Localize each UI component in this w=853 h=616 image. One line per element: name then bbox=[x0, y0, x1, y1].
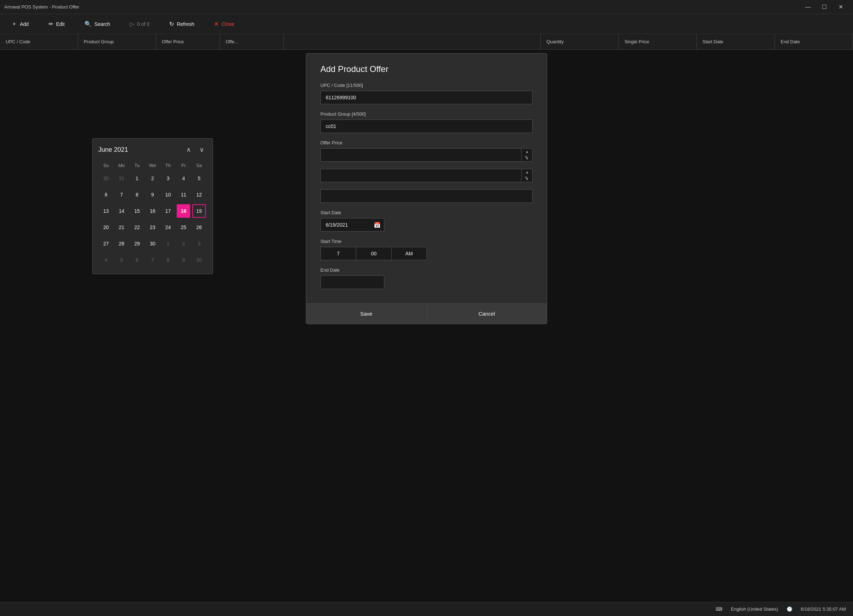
calendar-day[interactable]: 23 bbox=[146, 221, 159, 234]
calendar-day-cell: 18 bbox=[176, 203, 191, 219]
close-button[interactable]: ✕ Close bbox=[210, 18, 238, 30]
calendar-day[interactable]: 8 bbox=[161, 253, 175, 267]
minimize-button[interactable]: — bbox=[800, 2, 816, 13]
save-button[interactable]: Save bbox=[306, 304, 427, 324]
calendar-day[interactable]: 24 bbox=[161, 221, 175, 234]
calendar-week-row: 27282930123 bbox=[98, 236, 207, 252]
calendar-day[interactable]: 28 bbox=[115, 237, 129, 250]
calendar-day-cell: 9 bbox=[145, 186, 160, 203]
cancel-button[interactable]: Cancel bbox=[427, 304, 547, 324]
calendar-day[interactable]: 20 bbox=[99, 221, 113, 234]
end-date-wrapper bbox=[320, 275, 384, 289]
calendar-day-cell: 5 bbox=[191, 170, 207, 186]
single-price-input[interactable] bbox=[320, 189, 533, 203]
close-window-button[interactable]: ✕ bbox=[832, 2, 849, 13]
quantity-input[interactable] bbox=[320, 169, 533, 182]
search-label: Search bbox=[94, 21, 110, 27]
calendar-day[interactable]: 10 bbox=[161, 188, 175, 201]
calendar-day[interactable]: 30 bbox=[146, 237, 159, 250]
calendar-day[interactable]: 1 bbox=[130, 172, 144, 185]
end-date-input[interactable] bbox=[320, 275, 384, 289]
end-date-field-group: End Date bbox=[320, 267, 533, 289]
calendar-next-button[interactable]: ∨ bbox=[197, 144, 207, 155]
calendar-day[interactable]: 6 bbox=[99, 188, 113, 201]
calendar-day[interactable]: 17 bbox=[161, 204, 175, 218]
quantity-field-group: ▲ ▼ bbox=[320, 169, 533, 182]
search-button[interactable]: 🔍 Search bbox=[80, 18, 114, 30]
calendar-day[interactable]: 7 bbox=[146, 253, 159, 267]
offer-price-label: Offer Price bbox=[320, 140, 533, 145]
calendar-day[interactable]: 16 bbox=[146, 204, 159, 218]
calendar-day-cell: 8 bbox=[160, 252, 176, 268]
calendar-day[interactable]: 11 bbox=[177, 188, 190, 201]
calendar-day[interactable]: 19 bbox=[192, 204, 206, 218]
calendar-day[interactable]: 10 bbox=[192, 253, 206, 267]
offer-price-input[interactable] bbox=[320, 148, 533, 162]
calendar-day[interactable]: 22 bbox=[130, 221, 144, 234]
calendar-day[interactable]: 4 bbox=[99, 253, 113, 267]
quantity-up-arrow[interactable]: ▲ bbox=[522, 169, 533, 176]
calendar-day[interactable]: 4 bbox=[177, 172, 190, 185]
start-date-input[interactable] bbox=[320, 218, 384, 232]
time-minute-input[interactable] bbox=[356, 247, 392, 260]
add-button[interactable]: ＋ Add bbox=[7, 17, 33, 30]
calendar-day[interactable]: 15 bbox=[130, 204, 144, 218]
calendar-day-cell: 6 bbox=[129, 252, 145, 268]
keyboard-icon: ⌨ bbox=[716, 607, 722, 612]
calendar-day[interactable]: 5 bbox=[115, 253, 129, 267]
calendar-day[interactable]: 9 bbox=[146, 188, 159, 201]
time-hour-input[interactable] bbox=[320, 247, 356, 260]
calendar-day[interactable]: 5 bbox=[192, 172, 206, 185]
calendar-day[interactable]: 2 bbox=[177, 237, 190, 250]
offer-price-down-arrow[interactable]: ▼ bbox=[522, 155, 533, 162]
calendar-week-row: 13141516171819 bbox=[98, 203, 207, 219]
calendar-day[interactable]: 13 bbox=[99, 204, 113, 218]
calendar-day[interactable]: 30 bbox=[99, 172, 113, 185]
add-label: Add bbox=[20, 21, 29, 27]
calendar-day[interactable]: 9 bbox=[177, 253, 190, 267]
column-headers: UPC / Code Product Group Offer Price Off… bbox=[0, 34, 853, 50]
col-offer-price: Offer Price bbox=[156, 34, 220, 49]
calendar-day[interactable]: 6 bbox=[130, 253, 144, 267]
maximize-button[interactable]: ☐ bbox=[816, 2, 832, 13]
upc-input[interactable] bbox=[320, 91, 533, 104]
refresh-button[interactable]: ↻ Refresh bbox=[165, 18, 198, 30]
nav-count: 0 of 0 bbox=[137, 21, 149, 27]
calendar-day[interactable]: 3 bbox=[161, 172, 175, 185]
calendar-day[interactable]: 26 bbox=[192, 221, 206, 234]
calendar-day[interactable]: 7 bbox=[115, 188, 129, 201]
calendar-prev-button[interactable]: ∧ bbox=[184, 144, 194, 155]
calendar-day[interactable]: 25 bbox=[177, 221, 190, 234]
calendar-day[interactable]: 31 bbox=[115, 172, 129, 185]
status-bar: ⌨ English (United States) 🕐 6/18/2021 5:… bbox=[0, 602, 853, 616]
calendar-day[interactable]: 27 bbox=[99, 237, 113, 250]
calendar-day[interactable]: 2 bbox=[146, 172, 159, 185]
calendar-day-cell: 28 bbox=[114, 236, 129, 252]
calendar-day[interactable]: 8 bbox=[130, 188, 144, 201]
calendar-day-cell: 20 bbox=[98, 219, 114, 236]
dialog-body: UPC / Code [11/500] Product Group [4/500… bbox=[320, 83, 533, 303]
calendar-day[interactable]: 21 bbox=[115, 221, 129, 234]
calendar-day-cell: 30 bbox=[145, 236, 160, 252]
calendar-day-cell: 29 bbox=[129, 236, 145, 252]
time-ampm-input[interactable] bbox=[392, 247, 427, 260]
title-bar: Arrowat POS System - Product Offer — ☐ ✕ bbox=[0, 0, 853, 14]
calendar-day[interactable]: 3 bbox=[192, 237, 206, 250]
offer-price-up-arrow[interactable]: ▲ bbox=[522, 148, 533, 155]
col-single-price: Single Price bbox=[619, 34, 697, 49]
refresh-icon: ↻ bbox=[169, 21, 174, 27]
quantity-down-arrow[interactable]: ▼ bbox=[522, 176, 533, 182]
calendar-day-cell: 10 bbox=[191, 252, 207, 268]
calendar-day[interactable]: 18 bbox=[177, 204, 190, 218]
calendar-day-cell: 16 bbox=[145, 203, 160, 219]
edit-button[interactable]: ✏ Edit bbox=[44, 18, 69, 30]
calendar-day-cell: 27 bbox=[98, 236, 114, 252]
calendar-day[interactable]: 12 bbox=[192, 188, 206, 201]
calendar-day-cell: 19 bbox=[191, 203, 207, 219]
product-group-input[interactable] bbox=[320, 120, 533, 133]
calendar-day[interactable]: 1 bbox=[161, 237, 175, 250]
main-content: June 2021 ∧ ∨ Su Mo Tu We Th Fr Sa 30311… bbox=[0, 50, 853, 602]
cal-header-th: Th bbox=[160, 160, 176, 170]
calendar-day[interactable]: 29 bbox=[130, 237, 144, 250]
calendar-day[interactable]: 14 bbox=[115, 204, 129, 218]
